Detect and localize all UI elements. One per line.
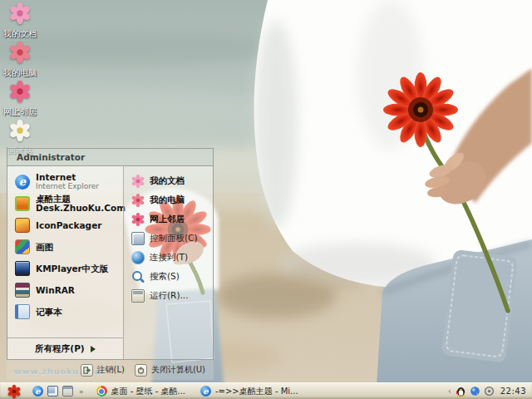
log-off-icon	[81, 364, 93, 377]
qq-tray-icon[interactable]	[456, 386, 466, 397]
task-buttons: 桌面 - 壁纸 - 桌酷... e -=>>桌酷主题 - Mi...	[96, 386, 442, 397]
menu-item-search[interactable]: 搜索(S)	[124, 267, 213, 286]
flower-icon	[9, 120, 31, 141]
utility-tray-icon[interactable]	[484, 386, 495, 397]
menu-item-label: 搜索(S)	[150, 272, 180, 281]
menu-item-label: Internet	[36, 173, 99, 182]
start-menu-pinned-list: e Internet Internet Explorer 桌酷主题Desk.Zh…	[7, 166, 123, 359]
menu-item-paint[interactable]: 画图	[7, 236, 123, 258]
desktop-icon-network-places[interactable]: 网上邻居	[2, 81, 38, 118]
menu-item-connect-to[interactable]: 连接到(T)	[124, 248, 213, 267]
power-icon	[135, 364, 147, 377]
show-desktop-icon[interactable]	[47, 386, 58, 397]
window-switcher-icon[interactable]	[62, 386, 73, 397]
menu-item-kmplayer[interactable]: KMPlayer中文版	[7, 258, 123, 279]
desktop-icon-label: 网上邻居	[3, 107, 37, 116]
quick-launch-bar: e »	[28, 386, 90, 397]
system-tray: ‹ 22:43	[442, 386, 532, 397]
menu-item-notepad[interactable]: 记事本	[7, 301, 123, 323]
menu-item-label: 我的电脑	[150, 195, 185, 204]
messenger-tray-icon[interactable]	[470, 386, 480, 397]
menu-item-label: 控制面板(C)	[150, 234, 198, 243]
desktop-icon-label: 我的电脑	[3, 68, 37, 77]
menu-item-internet[interactable]: e Internet Internet Explorer	[7, 171, 123, 193]
internet-explorer-icon[interactable]: e	[32, 386, 43, 397]
menu-item-label: 我的文档	[150, 176, 185, 185]
chrome-icon	[96, 386, 107, 397]
menu-item-winrar[interactable]: WinRAR	[7, 279, 123, 301]
run-icon	[131, 289, 145, 303]
flower-icon	[131, 213, 145, 226]
turn-off-label: 关闭计算机(U)	[151, 364, 205, 376]
iconpackager-icon	[15, 218, 30, 233]
flower-icon	[9, 81, 31, 102]
log-off-label: 注销(L)	[97, 364, 125, 376]
internet-explorer-icon: e	[200, 386, 211, 397]
task-button-ie-zhuoku-theme[interactable]: e -=>>桌酷主题 - Mi...	[200, 386, 298, 397]
search-icon	[131, 270, 145, 283]
start-menu-places-list: 我的文档 我的电脑 网上邻居 控制面板(C) 连接到(T)	[123, 166, 213, 359]
start-flower-icon	[7, 385, 21, 398]
menu-item-label: IconPackager	[36, 221, 101, 230]
taskbar: e » 桌面 - 壁纸 - 桌酷... e -=>>桌酷主题 - Mi... ‹	[0, 382, 532, 399]
flower-icon	[131, 175, 145, 188]
log-off-button[interactable]: 注销(L)	[81, 364, 125, 377]
menu-item-label: 画图	[36, 243, 53, 252]
menu-item-control-panel[interactable]: 控制面板(C)	[124, 229, 213, 248]
internet-explorer-icon: e	[15, 175, 30, 190]
start-menu: Administrator e Internet Internet Explor…	[7, 148, 214, 380]
flower-icon	[131, 194, 145, 207]
user-name: Administrator	[17, 152, 85, 162]
start-menu-footer: 注销(L) 关闭计算机(U)	[7, 360, 214, 380]
desktop-icon-my-documents[interactable]: 我的文档	[2, 2, 38, 40]
task-button-label: 桌面 - 壁纸 - 桌酷...	[111, 386, 185, 397]
menu-item-label: 网上邻居	[150, 214, 185, 224]
connect-globe-icon	[131, 251, 145, 264]
menu-item-iconpackager[interactable]: IconPackager	[7, 214, 123, 236]
paint-icon	[15, 239, 30, 254]
menu-item-label: 连接到(T)	[150, 253, 188, 262]
menu-item-my-documents[interactable]: 我的文档	[124, 171, 213, 190]
all-programs-button[interactable]: 所有程序(P)	[7, 337, 123, 359]
menu-item-sublabel: Internet Explorer	[36, 182, 99, 191]
control-panel-icon	[131, 232, 145, 245]
menu-item-my-computer[interactable]: 我的电脑	[124, 190, 213, 209]
desktop-icon-my-computer[interactable]: 我的电脑	[2, 42, 38, 79]
menu-item-label: WinRAR	[36, 286, 75, 295]
desktop: 我的文档 我的电脑 网上邻居 回收站 www.zhuoku.com Admini…	[0, 0, 532, 399]
menu-item-label: KMPlayer中文版	[36, 264, 108, 273]
start-menu-user-banner: Administrator	[7, 148, 214, 165]
turn-off-computer-button[interactable]: 关闭计算机(U)	[135, 364, 205, 377]
menu-item-label: 运行(R)...	[150, 291, 189, 300]
winrar-icon	[15, 283, 30, 298]
task-button-label: -=>>桌酷主题 - Mi...	[215, 386, 298, 397]
menu-item-label: 记事本	[36, 308, 62, 317]
flower-icon	[9, 2, 31, 24]
menu-item-label: 桌酷主题Desk.ZhuoKu.Com	[36, 195, 126, 213]
all-programs-arrow-icon	[91, 346, 96, 352]
flower-icon	[9, 42, 31, 63]
notepad-icon	[15, 304, 30, 319]
kmplayer-icon	[15, 261, 30, 276]
quick-launch-overflow-chevron[interactable]: »	[77, 387, 86, 396]
start-button[interactable]	[0, 383, 28, 399]
zhuoku-theme-icon	[15, 196, 30, 211]
taskbar-clock[interactable]: 22:43	[500, 387, 526, 396]
task-button-browser-wallpaper[interactable]: 桌面 - 壁纸 - 桌酷...	[96, 386, 185, 397]
desktop-icon-label: 我的文档	[3, 29, 37, 38]
menu-item-run[interactable]: 运行(R)...	[124, 286, 213, 305]
tray-expand-chevron-icon[interactable]: ‹	[448, 387, 452, 396]
menu-item-network-places[interactable]: 网上邻居	[124, 209, 213, 229]
all-programs-label: 所有程序(P)	[35, 343, 84, 355]
menu-item-zhuoku-theme[interactable]: 桌酷主题Desk.ZhuoKu.Com	[7, 193, 123, 214]
